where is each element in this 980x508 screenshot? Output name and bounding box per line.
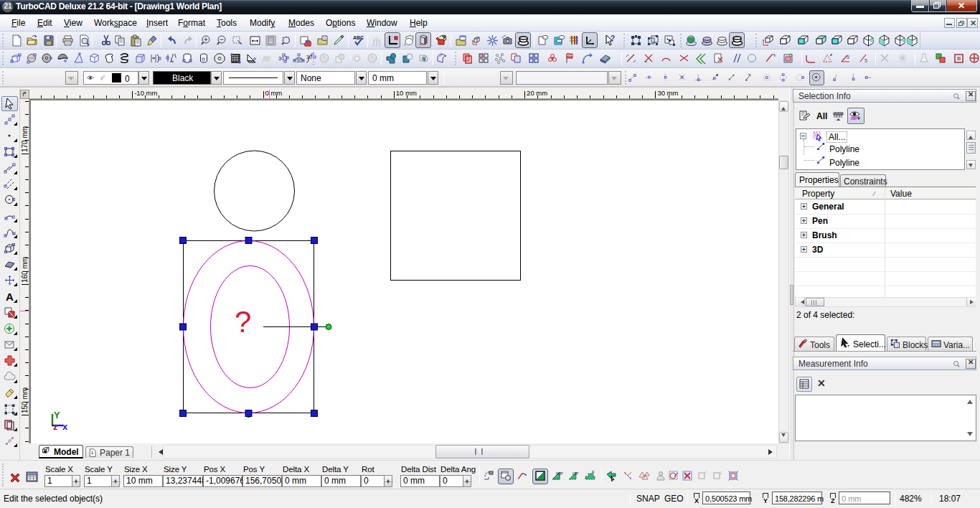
svg-text:x: x — [62, 421, 68, 432]
svg-text:ABC: ABC — [353, 35, 364, 40]
svg-text:?: ? — [611, 34, 615, 42]
svg-text:?: ? — [235, 305, 251, 339]
svg-text:5: 5 — [847, 55, 849, 60]
svg-text:WP: WP — [556, 471, 563, 476]
svg-text:1: 1 — [91, 450, 94, 455]
svg-text:30: 30 — [296, 58, 302, 63]
svg-text:1: 1 — [720, 471, 722, 475]
svg-text:30: 30 — [278, 56, 284, 61]
svg-text:Y: Y — [54, 410, 60, 420]
svg-text:A: A — [6, 291, 14, 303]
svg-text:CP: CP — [573, 471, 578, 476]
svg-text:5: 5 — [864, 58, 867, 63]
svg-text:Y: Y — [412, 34, 415, 39]
svg-text:z: z — [53, 421, 58, 432]
svg-text:F: F — [592, 470, 595, 474]
